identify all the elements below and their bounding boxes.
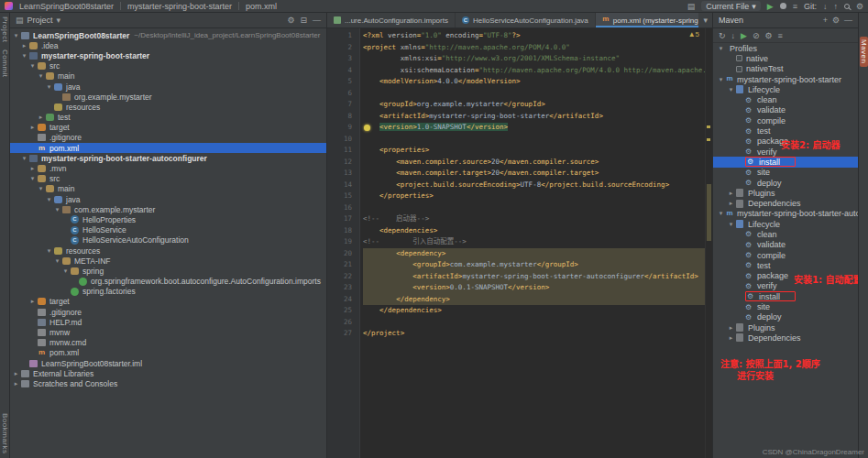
tree-toggle-icon[interactable]: ▾ bbox=[61, 267, 70, 275]
titlebar-project-name[interactable]: LearnSpringBoot08starter bbox=[19, 2, 114, 11]
intention-bulb-icon[interactable] bbox=[364, 125, 370, 131]
maven-item-plugins[interactable]: ▸Plugins bbox=[713, 322, 858, 333]
titlebar-module-name[interactable]: mystarter-spring-boot-starter bbox=[127, 2, 232, 11]
maven-item-site[interactable]: site bbox=[713, 168, 858, 178]
tree-item-java[interactable]: ▾java bbox=[10, 194, 326, 204]
maven-item-native[interactable]: native bbox=[713, 53, 858, 63]
tree-item-mvnw-cmd[interactable]: mvnw.cmd bbox=[10, 338, 326, 348]
maven-item-mystarter-spring-boot-starter[interactable]: ▾mystarter-spring-boot-starter bbox=[713, 74, 858, 84]
maven-item-plugins[interactable]: ▸Plugins bbox=[713, 188, 858, 198]
tree-item-helloservice[interactable]: HelloService bbox=[10, 225, 326, 235]
tree-toggle-icon[interactable]: ▾ bbox=[727, 86, 735, 93]
tree-toggle-icon[interactable]: ▾ bbox=[53, 206, 61, 213]
maven-item-profiles[interactable]: ▾Profiles bbox=[713, 43, 858, 53]
tree-item-helloserviceautoconfiguration[interactable]: HelloServiceAutoConfiguration bbox=[10, 235, 326, 245]
tree-toggle-icon[interactable]: ▾ bbox=[37, 72, 45, 80]
tool-window-button-commit[interactable]: Commit bbox=[1, 49, 9, 78]
maven-item-lifecycle[interactable]: ▾Lifecycle bbox=[713, 84, 858, 94]
tree-toggle-icon[interactable]: ▸ bbox=[12, 370, 20, 377]
tree-toggle-icon[interactable]: ▸ bbox=[727, 324, 735, 332]
tree-item-idea[interactable]: ▸.idea bbox=[10, 40, 326, 50]
tree-item-learnspringboot08starter[interactable]: ▾LearnSpringBoot08starter~/Desktop/Intel… bbox=[10, 30, 326, 40]
tree-item-gitignore[interactable]: .gitignore bbox=[10, 307, 326, 317]
tree-toggle-icon[interactable]: ▾ bbox=[45, 247, 53, 255]
maven-item-deploy[interactable]: deploy bbox=[713, 178, 858, 188]
tab-ure-autoconfiguration-imports[interactable]: ...ure.AutoConfiguration.imports bbox=[327, 13, 456, 27]
git-push-icon[interactable]: ↑ bbox=[833, 2, 838, 11]
maven-item-mystarter-spring-boot-starter-autoconfigurer[interactable]: ▾mystarter-spring-boot-starter-autoconfi… bbox=[713, 209, 858, 219]
chevron-down-icon[interactable]: ▾ bbox=[57, 16, 61, 25]
maven-offline-icon[interactable]: ⊘ bbox=[753, 31, 760, 40]
maven-item-dependencies[interactable]: ▸Dependencies bbox=[713, 198, 858, 208]
tree-item-src[interactable]: ▾src bbox=[10, 174, 326, 184]
maven-item-clean[interactable]: clean bbox=[713, 94, 858, 104]
titlebar-file-name[interactable]: pom.xml bbox=[246, 2, 277, 11]
tree-toggle-icon[interactable]: ▾ bbox=[727, 221, 735, 228]
tree-item-org-example-mystarter[interactable]: org.example.mystarter bbox=[10, 92, 326, 102]
settings-gear-icon[interactable]: ⚙ bbox=[856, 2, 863, 11]
maven-download-sources-icon[interactable]: ↓ bbox=[731, 31, 736, 40]
hide-panel-icon[interactable]: — bbox=[313, 16, 321, 25]
tree-item-target[interactable]: ▸target bbox=[10, 123, 326, 133]
maven-gear-icon[interactable]: ⚙ bbox=[832, 16, 840, 25]
tree-toggle-icon[interactable]: ▾ bbox=[20, 52, 28, 60]
tree-toggle-icon[interactable]: ▸ bbox=[28, 298, 37, 305]
maven-item-validate[interactable]: validate bbox=[713, 240, 858, 250]
tree-toggle-icon[interactable]: ▸ bbox=[20, 42, 28, 49]
tree-item-mvnw[interactable]: mvnw bbox=[10, 327, 326, 337]
tree-item-test[interactable]: ▸test bbox=[10, 113, 326, 123]
maven-item-lifecycle[interactable]: ▾Lifecycle bbox=[713, 219, 858, 229]
tree-item-com-example-mystarter[interactable]: ▾com.example.mystarter bbox=[10, 204, 326, 214]
run-button[interactable]: ▶ bbox=[767, 2, 774, 11]
tab-pom-xml-mystarter-spring-boot-starter[interactable]: pom.xml (mystarter-spring-boot-starter)✕ bbox=[596, 13, 699, 27]
tree-item-mvn[interactable]: ▸.mvn bbox=[10, 163, 326, 173]
tree-item-main[interactable]: ▾main bbox=[10, 184, 326, 194]
maven-item-validate[interactable]: validate bbox=[713, 105, 858, 115]
tool-window-button-project[interactable]: Project bbox=[1, 16, 9, 42]
editor[interactable]: 1234567891011121314151617181920212223242… bbox=[327, 28, 712, 458]
tree-toggle-icon[interactable]: ▸ bbox=[727, 334, 735, 342]
maven-menu-icon[interactable]: ≡ bbox=[778, 31, 783, 40]
maven-item-install[interactable]: install bbox=[713, 157, 858, 167]
tool-window-button-bookmarks[interactable]: Bookmarks bbox=[1, 413, 9, 454]
tree-item-gitignore[interactable]: .gitignore bbox=[10, 133, 326, 143]
project-options-gear-icon[interactable]: ⚙ bbox=[287, 16, 294, 25]
maven-run-icon[interactable]: ▶ bbox=[741, 31, 747, 40]
tree-item-scratches-and-consoles[interactable]: ▸Scratches and Consoles bbox=[10, 378, 326, 388]
project-view-selector[interactable]: Project bbox=[27, 16, 53, 25]
maven-settings-icon[interactable]: ⚙ bbox=[765, 31, 773, 40]
tree-toggle-icon[interactable]: ▸ bbox=[28, 124, 37, 131]
tree-toggle-icon[interactable]: ▾ bbox=[53, 257, 61, 265]
tree-item-pom-xml[interactable]: pom.xml bbox=[10, 348, 326, 358]
tree-toggle-icon[interactable]: ▸ bbox=[727, 200, 735, 207]
tree-item-spring[interactable]: ▾spring bbox=[10, 266, 326, 276]
tree-item-meta-inf[interactable]: ▾META-INF bbox=[10, 256, 326, 266]
tree-toggle-icon[interactable]: ▸ bbox=[12, 380, 20, 387]
tree-item-helloproperties[interactable]: HelloProperties bbox=[10, 214, 326, 224]
maven-item-compile[interactable]: compile bbox=[713, 115, 858, 125]
tree-item-resources[interactable]: ▾resources bbox=[10, 245, 326, 256]
tree-item-src[interactable]: ▾src bbox=[10, 61, 326, 71]
tree-item-learnspringboot08starter-iml[interactable]: LearnSpringBoot08starter.iml bbox=[10, 358, 326, 368]
tree-item-target[interactable]: ▸target bbox=[10, 297, 326, 307]
maven-item-test[interactable]: test bbox=[713, 260, 858, 270]
search-everywhere-icon[interactable] bbox=[844, 4, 850, 9]
maven-item-site[interactable]: site bbox=[713, 301, 858, 311]
run-config-selector[interactable]: Current File ▾ bbox=[701, 1, 761, 11]
tree-item-mystarter-spring-boot-starter[interactable]: ▾mystarter-spring-boot-starter bbox=[10, 50, 326, 60]
editor-code[interactable]: <?xml version="1.0" encoding="UTF-8"?><p… bbox=[360, 28, 712, 458]
editor-scrollbar[interactable] bbox=[705, 28, 712, 458]
maven-hide-icon[interactable]: — bbox=[844, 16, 852, 25]
tree-toggle-icon[interactable]: ▾ bbox=[12, 32, 20, 39]
tree-toggle-icon[interactable]: ▸ bbox=[37, 114, 45, 121]
tab-helloserviceautoconfiguration-java[interactable]: HelloServiceAutoConfiguration.java bbox=[456, 13, 596, 27]
more-actions-icon[interactable]: ≡ bbox=[793, 2, 797, 11]
maven-reload-icon[interactable]: ↻ bbox=[719, 31, 726, 40]
tree-item-resources[interactable]: resources bbox=[10, 102, 326, 112]
tree-item-main[interactable]: ▾main bbox=[10, 71, 326, 82]
tree-item-external-libraries[interactable]: ▸External Libraries bbox=[10, 368, 326, 378]
tree-toggle-icon[interactable]: ▾ bbox=[717, 76, 725, 83]
tree-toggle-icon[interactable]: ▸ bbox=[727, 190, 735, 197]
maven-item-install[interactable]: install bbox=[713, 291, 858, 301]
inspections-widget[interactable]: ▲5 bbox=[688, 30, 699, 38]
